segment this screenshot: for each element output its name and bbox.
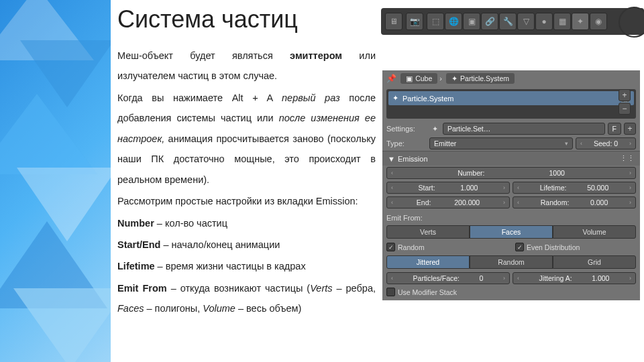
emit-from-label: Emit From: (382, 210, 640, 223)
scene-tab-icon[interactable]: ⬚ (427, 13, 444, 30)
decorative-sidebar (0, 0, 111, 362)
random-checkbox[interactable]: ✓Random (386, 243, 507, 251)
add-button[interactable]: + (619, 89, 631, 101)
modifier-stack-checkbox[interactable]: Use Modifier Stack (386, 288, 636, 296)
settings-add-button[interactable]: + (624, 123, 636, 135)
jittering-field[interactable]: ‹Jittering A:1.000› (513, 272, 636, 284)
material-tab-icon[interactable]: ● (535, 13, 553, 30)
physics-tab-icon[interactable]: ◉ (590, 13, 607, 30)
world-tab-icon[interactable]: 🌐 (445, 13, 462, 30)
fake-user-button[interactable]: F (608, 123, 621, 135)
seed-field[interactable]: ‹Seed: 0› (576, 137, 636, 149)
distribution-buttons: Jittered Random Grid (382, 253, 640, 271)
crumb-object[interactable]: ▣ Cube (400, 73, 437, 84)
particles-tab-icon[interactable]: ✦ (572, 13, 589, 30)
properties-header-tabs: 🖥 📷 ⬚ 🌐 ▣ 🔗 🔧 ▽ ● ▦ ✦ ◉ (381, 8, 644, 35)
paragraph-4: Number – кол-во частиц (117, 213, 376, 233)
start-field[interactable]: ‹Start:1.000› (386, 182, 510, 194)
remove-button[interactable]: − (619, 103, 631, 115)
breadcrumb-row: 📌 ▣ Cube › ✦ Particle.System (382, 70, 640, 86)
paragraph-2: Когда вы нажимаете Alt + A первый раз по… (117, 88, 376, 190)
paragraph-3: Рассмотрим простые настройки из вкладки … (117, 191, 376, 211)
paragraph-7: Emit From – откуда возникают частицы (Ve… (117, 278, 376, 319)
properties-panel: 📌 ▣ Cube › ✦ Particle.System ✦ Particle.… (382, 70, 640, 300)
settings-label: Settings: (386, 125, 427, 133)
paragraph-6: Lifetime – время жизни частицы в кадрах (117, 256, 376, 276)
particles-face-field[interactable]: ‹Particles/Face:0› (386, 272, 510, 284)
particle-systems-list[interactable]: ✦ Particle.System📷 (386, 89, 636, 119)
constraint-tab-icon[interactable]: 🔗 (481, 13, 498, 30)
emit-from-buttons: Verts Faces Volume (382, 223, 640, 241)
paragraph-1: Меш-объект будет являться эмиттером или … (117, 46, 376, 86)
end-field[interactable]: ‹End:200.000› (386, 196, 510, 208)
object-tab-icon[interactable]: ▣ (463, 13, 480, 30)
slide-title: Система частиц (117, 5, 376, 34)
sparkle-icon: ✦ (429, 125, 440, 133)
slide-content: Система частиц Меш-объект будет являться… (117, 5, 376, 320)
data-tab-icon[interactable]: ▽ (517, 13, 535, 30)
modifier-tab-icon[interactable]: 🔧 (499, 13, 517, 30)
camera-tab-icon[interactable]: 📷 (406, 13, 423, 30)
texture-tab-icon[interactable]: ▦ (553, 13, 571, 30)
emission-header[interactable]: ▼ Emission⋮⋮ (382, 151, 640, 166)
type-label: Type: (386, 139, 427, 147)
jittered-button[interactable]: Jittered (386, 255, 470, 269)
render-tab-icon[interactable]: 🖥 (385, 13, 402, 30)
crumb-psys[interactable]: ✦ Particle.System (446, 73, 515, 84)
settings-field[interactable]: Particle.Set… (443, 123, 605, 135)
paragraph-5: Start/End – начало/конец анимации (117, 235, 376, 255)
grid-button[interactable]: Grid (553, 255, 636, 269)
highlight-circle (619, 7, 644, 38)
verts-button[interactable]: Verts (386, 225, 470, 239)
random-field[interactable]: ‹Random:0.000› (513, 196, 636, 208)
pin-icon[interactable]: 📌 (386, 74, 396, 83)
faces-button[interactable]: Faces (470, 225, 553, 239)
volume-button[interactable]: Volume (553, 225, 636, 239)
lifetime-field[interactable]: ‹Lifetime:50.000› (513, 182, 636, 194)
random-dist-button[interactable]: Random (470, 255, 553, 269)
even-dist-checkbox[interactable]: ✓Even Distribution (515, 243, 636, 251)
list-item[interactable]: ✦ Particle.System📷 (388, 91, 634, 105)
type-dropdown[interactable]: Emitter▾ (429, 137, 573, 149)
number-field[interactable]: ‹Number:1000› (386, 167, 636, 179)
